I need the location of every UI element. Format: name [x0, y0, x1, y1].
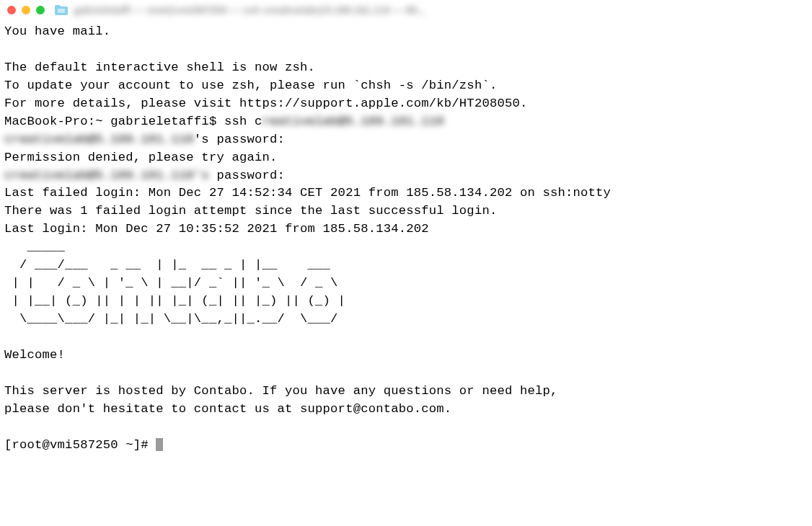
hosted-by-line: This server is hosted by Contabo. If you… [4, 384, 558, 398]
window-title: gabrieletaffi — root@vmi587250 — ssh cre… [74, 4, 805, 16]
mail-notice: You have mail. [4, 24, 110, 38]
svg-rect-2 [58, 9, 65, 13]
ascii-art-line: | |__| (_) || | | || |_| (_| || |_) || (… [4, 294, 345, 308]
folder-icon [55, 5, 68, 15]
welcome-text: Welcome! [4, 348, 65, 362]
last-login: Last login: Mon Dec 27 10:35:52 2021 fro… [4, 222, 429, 236]
ascii-art-line: _____ [4, 240, 65, 254]
ascii-art-line: / ___/___ _ __ | |_ __ _ | |__ ___ [4, 258, 330, 272]
ssh-target-blurred: reativelab@5.189.181.110 [262, 115, 443, 128]
zsh-notice-line: The default interactive shell is now zsh… [4, 61, 315, 74]
pw-host-blurred: creativelab@5.189.181.110 [4, 133, 194, 146]
ascii-art-line: | | / _ \ | '_ \ | __|/ _` || '_ \ / _ \ [4, 276, 338, 290]
svg-rect-1 [55, 5, 61, 9]
permission-denied: Permission denied, please try again. [4, 151, 278, 164]
zsh-notice-line: To update your account to use zsh, pleas… [4, 79, 497, 92]
close-button[interactable] [7, 6, 16, 14]
remote-prompt: [root@vmi587250 ~]# [4, 438, 156, 452]
pw-host-blurred: creativelab@5.189.181.110's [4, 169, 209, 182]
local-prompt: MacBook-Pro:~ gabrieletaffi$ ssh c [4, 115, 262, 128]
terminal-output[interactable]: You have mail. The default interactive s… [0, 20, 812, 526]
terminal-window: gabrieletaffi — root@vmi587250 — ssh cre… [0, 0, 812, 526]
hosted-by-line: please don't hesitate to contact us at s… [4, 402, 451, 416]
password-prompt: 's password: [194, 133, 285, 146]
maximize-button[interactable] [36, 6, 45, 14]
password-prompt: password: [209, 169, 285, 182]
titlebar: gabrieletaffi — root@vmi587250 — ssh cre… [0, 0, 812, 20]
failed-attempt-count: There was 1 failed login attempt since t… [4, 204, 497, 218]
zsh-notice-line: For more details, please visit https://s… [4, 97, 527, 110]
last-failed-login: Last failed login: Mon Dec 27 14:52:34 C… [4, 186, 611, 200]
minimize-button[interactable] [22, 6, 30, 14]
ascii-art-line: \____\___/ |_| |_| \__|\__,_||_.__/ \___… [4, 312, 338, 326]
cursor [156, 438, 163, 451]
